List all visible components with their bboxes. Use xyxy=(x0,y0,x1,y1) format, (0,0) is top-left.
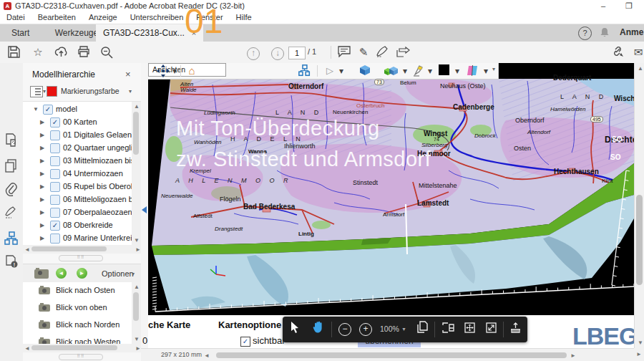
tree-item-05[interactable]: ▶05 Rupel bis Oberoligozaen xyxy=(23,180,132,193)
zoom-in-icon[interactable]: + xyxy=(356,320,375,339)
visibility-checkbox[interactable]: ✓ xyxy=(43,105,53,115)
tab-start[interactable]: Start xyxy=(0,24,41,42)
expand-caret-icon[interactable]: ▶ xyxy=(40,196,44,203)
views-horizontal-scrollbar[interactable]: ◄► xyxy=(23,344,141,352)
expand-caret-icon[interactable]: ▶ xyxy=(40,145,44,151)
sign-in-link[interactable]: Anme xyxy=(620,27,643,37)
section-caret-icon[interactable]: ▾ xyxy=(483,64,489,77)
model-render-options-icon[interactable] xyxy=(383,64,400,77)
minimize-button[interactable]: – xyxy=(594,1,613,11)
save-icon[interactable] xyxy=(6,44,21,60)
tree-item-07[interactable]: ▶07 Oberpalaeozaen bis Unter xyxy=(23,206,132,219)
collapse-panel-icon[interactable] xyxy=(142,206,147,213)
expand-caret-icon[interactable]: ▶ xyxy=(40,222,44,228)
notifications-bell-icon[interactable] xyxy=(600,27,610,40)
fit-page-icon[interactable] xyxy=(460,320,479,339)
menu-unterschreiben[interactable]: Unterschreiben xyxy=(124,12,190,22)
zoom-out-icon[interactable]: − xyxy=(336,320,354,339)
tree-item-06[interactable]: ▶06 Mitteloligozaen bis Obere xyxy=(23,193,132,206)
list-options-icon[interactable] xyxy=(30,86,43,97)
home-view-icon[interactable]: ⌂ xyxy=(185,64,198,77)
toggle-model-tree-icon[interactable] xyxy=(297,64,311,77)
background-caret-icon[interactable]: ▾ xyxy=(454,64,460,77)
page-view-icon[interactable] xyxy=(413,320,431,339)
menu-bearbeiten[interactable]: Bearbeiten xyxy=(31,12,82,22)
expand-caret-icon[interactable]: ▶ xyxy=(40,235,44,241)
menu-anzeige[interactable]: Anzeige xyxy=(82,12,124,22)
menu-hilfe[interactable]: Hilfe xyxy=(230,12,258,22)
cross-section-icon[interactable] xyxy=(464,64,480,77)
view-item-3[interactable]: Blick nach Norden xyxy=(23,317,132,334)
comment-icon[interactable] xyxy=(336,44,352,60)
email-icon[interactable]: ✉ xyxy=(630,44,644,60)
play-caret-icon[interactable]: ▾ xyxy=(338,64,344,77)
collapse-caret-icon[interactable]: ▼ xyxy=(33,106,39,112)
model-tree-icon[interactable] xyxy=(4,231,19,246)
tree-item-00[interactable]: ▶✓00 Karten xyxy=(23,116,132,129)
visibility-checkbox[interactable]: ✓ xyxy=(50,117,60,127)
visibility-checkbox[interactable] xyxy=(50,130,60,140)
visibility-checkbox[interactable] xyxy=(50,208,60,218)
lighting-lamp-icon[interactable] xyxy=(411,64,426,77)
tree-item-02[interactable]: ▶02 Quartaer ungegliedert xyxy=(23,142,132,155)
visibility-checkbox[interactable] xyxy=(50,143,60,153)
sichtbar-checkbox[interactable]: ✓ xyxy=(240,337,250,347)
visibility-checkbox[interactable]: ✓ xyxy=(50,221,60,231)
view-item-1[interactable]: Blick nach Osten xyxy=(23,282,132,299)
maximize-button[interactable]: ❐ xyxy=(620,1,638,11)
print-icon[interactable] xyxy=(76,44,92,60)
sign-pen-icon[interactable] xyxy=(374,44,390,60)
expand-caret-icon[interactable]: ▶ xyxy=(40,119,44,125)
layers-info-icon[interactable]: ! xyxy=(4,255,19,269)
panel-splitter-handle-bottom[interactable]: ⠿⠿ xyxy=(59,354,103,360)
tree-item-08[interactable]: ▶✓08 Oberkreide xyxy=(23,219,132,232)
expand-caret-icon[interactable]: ▶ xyxy=(40,183,44,190)
zoom-level-value[interactable]: 100% xyxy=(380,324,399,333)
star-icon[interactable]: ☆ xyxy=(30,44,46,60)
tree-horizontal-scrollbar[interactable]: ◄► xyxy=(23,245,141,254)
tree-item-04[interactable]: ▶04 Untermiozaen xyxy=(23,168,132,180)
page-thumbnails-icon[interactable] xyxy=(4,133,19,148)
zoom-caret-icon[interactable]: ▼ xyxy=(401,327,406,332)
expand-caret-icon[interactable]: ▶ xyxy=(40,132,44,138)
orbit-tool-icon[interactable] xyxy=(155,64,171,77)
link-icon[interactable] xyxy=(610,44,625,60)
play-animation-icon[interactable]: ▷ xyxy=(324,64,336,77)
views-options-label[interactable]: Optionen xyxy=(102,269,134,278)
render-caret-icon[interactable]: ▾ xyxy=(402,64,408,77)
tree-vertical-scrollbar[interactable]: ▲▼ xyxy=(132,102,141,245)
marquee-zoom-icon[interactable] xyxy=(99,44,114,60)
visibility-checkbox[interactable] xyxy=(50,182,60,192)
vertical-scrollbar[interactable]: ▲ ▼ xyxy=(634,63,644,348)
views-vertical-scrollbar[interactable]: ▲▼ xyxy=(132,282,141,344)
lighting-caret-icon[interactable]: ▾ xyxy=(427,64,433,77)
horizontal-scrollbar[interactable]: 297 x 210 mm ◄ ► xyxy=(141,348,634,361)
current-page-input[interactable]: 1 xyxy=(288,47,306,59)
visibility-checkbox[interactable] xyxy=(50,234,60,244)
3d-viewport[interactable]: ▾ ⌂ Ansichten▾ ▷ ▾ ▾ ▾ ▾ ▾ A xyxy=(148,63,634,315)
panel-close-icon[interactable]: × xyxy=(125,69,131,80)
attachments-paperclip-icon[interactable] xyxy=(4,183,19,197)
tree-item-03[interactable]: ▶03 Mittelmiozaen bis Pliozae xyxy=(23,155,132,168)
next-page-icon[interactable]: ↓ xyxy=(270,44,286,60)
share-upload-icon[interactable] xyxy=(53,44,69,60)
menu-datei[interactable]: Datei xyxy=(0,12,31,22)
orbit-caret-icon[interactable]: ▾ xyxy=(172,64,177,77)
list-options-caret-icon[interactable]: ▾ xyxy=(43,88,46,95)
help-icon[interactable]: ? xyxy=(578,27,592,40)
visibility-checkbox[interactable] xyxy=(50,169,60,179)
views-options-caret-icon[interactable]: ▾ xyxy=(132,271,135,277)
expand-caret-icon[interactable]: ▶ xyxy=(40,209,44,216)
page-copies-icon[interactable] xyxy=(4,159,19,173)
highlight-pen-icon[interactable]: ✎ xyxy=(356,44,371,60)
full-screen-icon[interactable] xyxy=(482,320,500,339)
view-item-4[interactable]: Blick nach Westen xyxy=(23,334,132,344)
signatures-icon[interactable] xyxy=(4,206,19,221)
expand-caret-icon[interactable]: ▶ xyxy=(40,170,44,177)
panel-splitter-handle[interactable]: ⠿⠿ xyxy=(59,255,103,261)
tree-item-model[interactable]: ▼✓model xyxy=(23,103,132,116)
expand-caret-icon[interactable]: ▶ xyxy=(40,158,44,164)
visibility-checkbox[interactable] xyxy=(50,156,60,166)
previous-page-icon[interactable]: ↑ xyxy=(245,44,261,60)
previous-view-button[interactable]: ◄ xyxy=(56,268,67,279)
